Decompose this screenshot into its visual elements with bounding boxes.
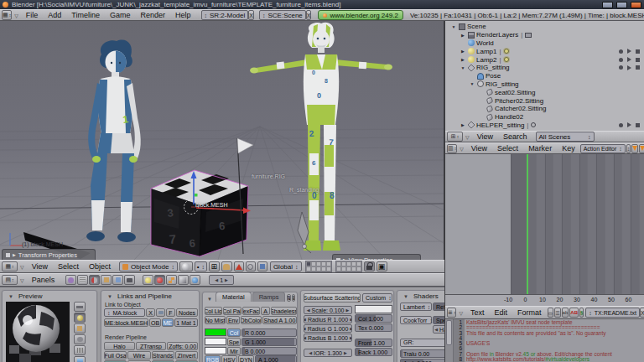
expand-arrow-icon[interactable]: ▶: [460, 33, 466, 38]
hand-tool-button[interactable]: [221, 261, 232, 272]
toggle-no-mist[interactable]: No Mist: [205, 316, 226, 324]
orientation-dropdown[interactable]: Global↕: [270, 261, 302, 272]
translate-manipulator-button[interactable]: [234, 261, 244, 272]
preview-hair-button[interactable]: [74, 345, 86, 355]
minimize-button[interactable]: [602, 2, 613, 8]
layer-buttons-group-1[interactable]: [305, 261, 332, 272]
frame-ruler[interactable]: -100102030405060: [445, 294, 644, 306]
expand-arrow-icon[interactable]: ▶: [460, 49, 466, 54]
menu-game[interactable]: Game: [110, 11, 131, 19]
current-frame-line[interactable]: [527, 154, 528, 294]
outliner-item-Catcher02.Sitting[interactable]: Catcher02.Sitting: [445, 105, 644, 113]
toggle-ztransp[interactable]: ZTransp: [136, 342, 167, 350]
copy-material-button[interactable]: ⇅: [287, 294, 290, 302]
lamp-subcontext-button[interactable]: [143, 275, 153, 285]
world-subcontext-button[interactable]: [190, 275, 200, 285]
toggle-zinvert[interactable]: ZInvert: [175, 351, 198, 359]
outliner-item-World[interactable]: World: [445, 39, 644, 48]
sss-toggle-button[interactable]: Subsurface Scattering: [304, 293, 361, 303]
maximize-button[interactable]: [616, 2, 627, 8]
expand-arrow-icon[interactable]: ▼: [450, 24, 457, 29]
mesh-link-field[interactable]: ME:block.MESH: [104, 318, 148, 327]
preview-cube-button[interactable]: [74, 323, 86, 334]
editor-mode-dropdown[interactable]: Action Editor↕: [580, 144, 626, 153]
menu-search[interactable]: Search: [503, 132, 527, 141]
tab-ramps[interactable]: Ramps: [252, 292, 286, 302]
3d-viewport[interactable]: 1: [0, 21, 444, 260]
button-hsv[interactable]: HSV: [221, 355, 237, 362]
object-context-button[interactable]: [101, 275, 112, 285]
tab-material[interactable]: Material: [216, 292, 252, 302]
preview-flat-button[interactable]: [74, 302, 86, 312]
outliner-item-Scene[interactable]: ▼Scene: [445, 23, 644, 31]
expand-arrow-icon[interactable]: ▶: [460, 122, 466, 127]
menu-select[interactable]: Select: [58, 262, 79, 271]
sss-field-radius-r-1-000[interactable]: ◀Radius R 1.000▶: [304, 315, 352, 323]
alpha-slider[interactable]: A 1.000: [255, 355, 297, 362]
auto-name-button[interactable]: [156, 308, 165, 317]
layer-cell[interactable]: [356, 266, 361, 272]
keyframe-grid[interactable]: [511, 154, 644, 294]
menu-text[interactable]: Text: [470, 308, 485, 317]
panel-collapse-icon[interactable]: ▼: [403, 294, 408, 299]
material-name-field[interactable]: ↕MA:block: [104, 308, 145, 317]
toggle-shadeless[interactable]: Shadeless: [271, 307, 297, 315]
view-properties-panel[interactable]: ▶ View Properties: [332, 254, 421, 260]
toggle-vcol-paint[interactable]: VCol Paint: [223, 307, 241, 315]
outliner-type-button[interactable]: ⊞↕: [447, 132, 463, 142]
scene-selector[interactable]: ↕SCE:Scene: [259, 10, 306, 20]
preview-monkey-button[interactable]: [74, 334, 86, 344]
outliner-item-HELPER_sitting[interactable]: ▶HELPER_sitting|: [445, 122, 644, 130]
menu-key[interactable]: Key: [562, 144, 575, 153]
draw-type-button[interactable]: [179, 261, 193, 272]
scale-manipulator-button[interactable]: [257, 261, 267, 272]
texture-subcontext-button[interactable]: [166, 275, 177, 285]
action-editor-content[interactable]: [445, 154, 644, 294]
collapse-triangle-icon[interactable]: ▽: [459, 310, 463, 316]
toggle-full-osa[interactable]: Full Osa: [104, 351, 127, 359]
sss-field-scale[interactable]: ◀Scale: 0.100▶: [304, 306, 352, 314]
restrict-toggles[interactable]: [619, 49, 640, 54]
outliner-item-RIG_sitting[interactable]: ▼RIG_sitting: [445, 64, 644, 72]
restrict-toggles[interactable]: [619, 122, 640, 127]
sss-slider-back[interactable]: Back 1.000: [355, 348, 392, 356]
menu-object[interactable]: Object: [89, 262, 111, 271]
pin-button[interactable]: ↕: [626, 144, 631, 153]
paste-material-button[interactable]: ⇅: [292, 294, 295, 302]
layer-cell[interactable]: [326, 266, 331, 272]
color-swatch-col[interactable]: [205, 328, 226, 336]
logic-context-button[interactable]: [65, 275, 76, 285]
restrict-toggles[interactable]: [619, 57, 640, 62]
outliner-item-RIG_sitting[interactable]: ▼RIG_sitting: [445, 80, 644, 89]
viewport-type-button[interactable]: ▦↕: [2, 261, 18, 272]
text-editor-body[interactable]: 1KatsBits/jazzKats' IMVU seat node templ…: [445, 319, 644, 362]
menu-help[interactable]: Help: [175, 11, 191, 19]
text-line[interactable]: 8http://www.katsbits.com/tutorials/#virt…: [454, 357, 644, 362]
sss-slider-front[interactable]: Front 1.00: [355, 339, 392, 347]
expand-arrow-icon[interactable]: ▼: [460, 65, 466, 70]
shader-slider-amb[interactable]: Amb 0.500: [400, 359, 444, 362]
material-index-field[interactable]: ◀1 Mat 1▶: [174, 318, 198, 327]
frame-number-field[interactable]: ◀1▶: [209, 275, 234, 285]
expand-arrow-icon[interactable]: ▶: [460, 57, 466, 62]
menu-file[interactable]: File: [26, 11, 39, 19]
slider-r[interactable]: R 0.000: [242, 328, 297, 337]
menu-panels[interactable]: Panels: [32, 276, 55, 284]
scene-close-button[interactable]: X: [306, 10, 312, 20]
menu-timeline[interactable]: Timeline: [71, 11, 100, 19]
shader-slider-tralu[interactable]: Tralu 0.00: [400, 349, 444, 358]
word-wrap-button[interactable]: ab: [562, 308, 569, 318]
outliner-item-Lamp1[interactable]: ▶Lamp1|: [445, 47, 644, 55]
spec-slider[interactable]: Spec 0.38: [433, 316, 444, 324]
outliner-item-Pose[interactable]: Pose: [445, 72, 644, 80]
radiosity-subcontext-button[interactable]: [178, 275, 189, 285]
sss-slider-tex[interactable]: Tex 0.000: [355, 323, 392, 332]
diffuse-shader-dropdown[interactable]: Lambert↕: [400, 303, 432, 311]
screen-selector[interactable]: ↕SR:2-Model: [201, 10, 249, 20]
scrollbar-thumb[interactable]: [446, 320, 452, 345]
text-editor-type-button[interactable]: ≣↕: [447, 308, 456, 318]
menu-edit[interactable]: Edit: [495, 308, 508, 317]
paste-pose-button[interactable]: [639, 144, 644, 153]
sss-field-ior[interactable]: ◀IOR: 1.300▶: [304, 349, 352, 357]
toggle-env[interactable]: Env: [226, 316, 240, 324]
